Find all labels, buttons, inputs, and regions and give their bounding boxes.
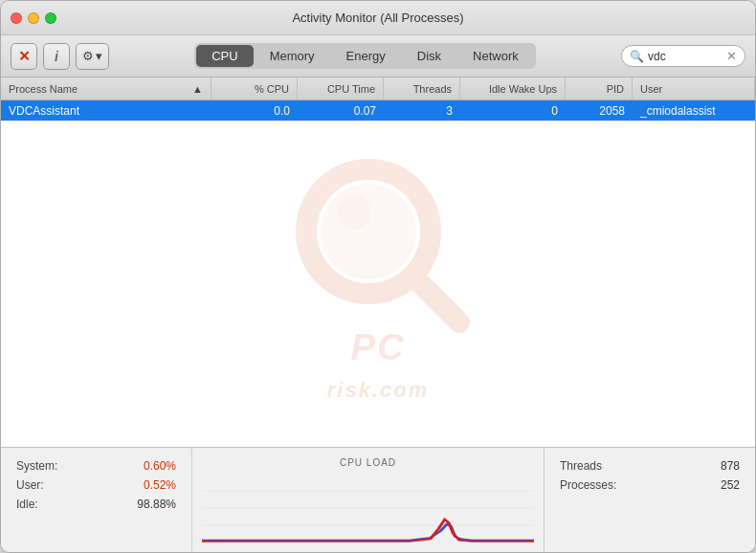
stat-idle-value: 98.88% xyxy=(137,498,176,511)
svg-point-0 xyxy=(306,169,431,294)
tab-energy[interactable]: Energy xyxy=(331,45,401,67)
gear-icon: ⚙ xyxy=(82,49,94,63)
chevron-down-icon: ▾ xyxy=(96,49,102,63)
search-box[interactable]: 🔍 ✕ xyxy=(621,45,745,67)
cell-threads: 3 xyxy=(384,100,460,121)
cell-cpu-time: 0.07 xyxy=(298,100,384,121)
sort-arrow-icon: ▲ xyxy=(192,83,203,95)
watermark-subtext: risk.com xyxy=(327,378,430,403)
watermark: PC risk.com xyxy=(1,100,755,447)
col-header-process[interactable]: Process Name ▲ xyxy=(1,77,211,100)
stats-right: Threads 878 Processes: 252 xyxy=(545,448,755,552)
stat-user-value: 0.52% xyxy=(144,478,176,492)
cell-pid: 2058 xyxy=(566,100,633,121)
minimize-button[interactable] xyxy=(28,12,39,24)
col-header-cpu-time[interactable]: CPU Time xyxy=(298,77,384,100)
stat-threads-row: Threads 878 xyxy=(560,459,740,473)
bottom-panel: System: 0.60% User: 0.52% Idle: 98.88% C… xyxy=(1,447,755,552)
stats-left: System: 0.60% User: 0.52% Idle: 98.88% xyxy=(1,448,192,552)
table-row[interactable]: VDCAssistant 0.0 0.07 3 0 2058 _cmiodala… xyxy=(1,100,755,122)
watermark-logo xyxy=(282,145,474,337)
col-header-pid[interactable]: PID xyxy=(566,77,633,100)
stat-idle-label: Idle: xyxy=(16,498,38,511)
stat-threads-label: Threads xyxy=(560,459,602,473)
tab-cpu[interactable]: CPU xyxy=(196,45,253,67)
toolbar-right: 🔍 ✕ xyxy=(621,45,745,67)
stat-system-value: 0.60% xyxy=(144,459,176,473)
column-headers: Process Name ▲ % CPU CPU Time Threads Id… xyxy=(1,77,755,100)
window-title: Activity Monitor (All Processes) xyxy=(292,11,463,25)
toolbar-center: CPU Memory Energy Disk Network xyxy=(117,43,613,69)
stat-user-row: User: 0.52% xyxy=(16,478,176,492)
tab-bar: CPU Memory Energy Disk Network xyxy=(194,43,536,69)
process-table: PC risk.com VDCAssistant 0.0 0.07 3 0 20… xyxy=(1,100,755,447)
col-header-idle-wake[interactable]: Idle Wake Ups xyxy=(460,77,566,100)
close-process-icon: ✕ xyxy=(18,48,31,65)
stat-system-label: System: xyxy=(16,459,57,473)
col-cpu-time-label: CPU Time xyxy=(327,83,375,95)
cell-cpu-pct: 0.0 xyxy=(211,100,298,121)
col-header-cpu-pct[interactable]: % CPU xyxy=(211,77,298,100)
cell-user: _cmiodalassist xyxy=(633,100,755,121)
svg-point-2 xyxy=(337,195,371,230)
info-icon: i xyxy=(55,49,58,64)
col-cpu-pct-label: % CPU xyxy=(255,83,289,95)
stat-threads-value: 878 xyxy=(721,459,740,473)
toolbar-left: ✕ i ⚙ ▾ xyxy=(11,43,109,70)
col-header-threads[interactable]: Threads xyxy=(384,77,460,100)
svg-line-3 xyxy=(416,279,459,322)
cell-idle-wake: 0 xyxy=(460,100,566,121)
close-process-button[interactable]: ✕ xyxy=(11,43,37,70)
cpu-load-panel: CPU LOAD xyxy=(192,448,545,552)
stat-processes-row: Processes: 252 xyxy=(560,478,740,492)
cpu-load-title: CPU LOAD xyxy=(340,457,396,468)
cpu-chart xyxy=(202,474,534,542)
stat-idle-row: Idle: 98.88% xyxy=(16,498,176,511)
main-window: Activity Monitor (All Processes) ✕ i ⚙ ▾… xyxy=(0,0,756,553)
maximize-button[interactable] xyxy=(45,12,56,24)
info-button[interactable]: i xyxy=(43,43,70,70)
tab-memory[interactable]: Memory xyxy=(255,45,330,67)
col-user-label: User xyxy=(640,83,662,95)
col-header-user[interactable]: User xyxy=(633,77,755,100)
toolbar: ✕ i ⚙ ▾ CPU Memory Energy Disk Network 🔍 xyxy=(1,35,755,77)
stat-processes-value: 252 xyxy=(721,478,740,492)
tab-disk[interactable]: Disk xyxy=(402,45,456,67)
col-idle-wake-label: Idle Wake Ups xyxy=(489,83,557,95)
stat-user-label: User: xyxy=(16,478,44,492)
col-pid-label: PID xyxy=(607,83,624,95)
col-process-label: Process Name xyxy=(9,83,78,95)
col-threads-label: Threads xyxy=(413,83,452,95)
clear-search-icon[interactable]: ✕ xyxy=(726,49,737,63)
traffic-lights xyxy=(11,12,56,24)
stat-processes-label: Processes: xyxy=(560,478,616,492)
watermark-text: PC xyxy=(351,327,406,368)
search-icon: 🔍 xyxy=(630,50,644,63)
cell-process-name: VDCAssistant xyxy=(1,100,211,121)
titlebar: Activity Monitor (All Processes) xyxy=(1,1,755,35)
search-input[interactable] xyxy=(648,50,723,63)
tab-network[interactable]: Network xyxy=(457,45,534,67)
svg-point-1 xyxy=(321,184,416,279)
stat-system-row: System: 0.60% xyxy=(16,459,176,473)
close-button[interactable] xyxy=(11,12,22,24)
gear-menu-button[interactable]: ⚙ ▾ xyxy=(76,43,109,70)
watermark-content: PC risk.com xyxy=(282,145,474,403)
